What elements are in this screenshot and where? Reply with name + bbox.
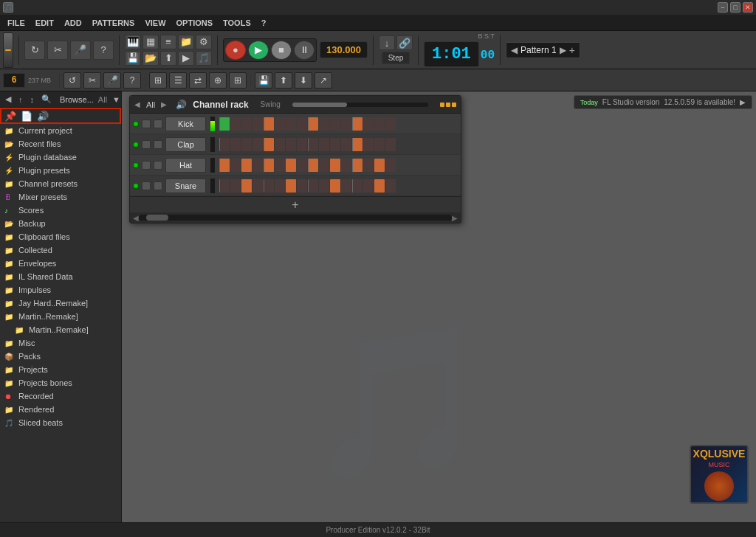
scroll-right-btn[interactable]: ▶ (452, 214, 458, 222)
beat-8[interactable] (297, 179, 307, 193)
beat-9[interactable] (308, 117, 318, 131)
beat-16[interactable] (385, 159, 396, 172)
sidebar-item-impulses[interactable]: 📁 Impulses (0, 283, 121, 297)
ch-name-kick[interactable]: Kick (165, 117, 206, 131)
sidebar-item-jay-hard[interactable]: 📁 Jay Hard..Remake] (0, 297, 121, 310)
sidebar-item-backup[interactable]: 📂 Backup (0, 217, 121, 230)
beat-9[interactable] (308, 179, 318, 193)
beat-8[interactable] (297, 159, 307, 172)
scroll-track[interactable] (139, 215, 452, 221)
beat-7[interactable] (286, 117, 296, 131)
add-channel-button[interactable]: + (130, 196, 461, 212)
beat-6[interactable] (275, 117, 285, 131)
swing-slider[interactable] (292, 103, 428, 107)
beat-3[interactable] (241, 117, 252, 131)
toolbar-icon-3[interactable]: 🎤 (70, 41, 91, 60)
tb-icon-export[interactable]: ⬆ (160, 51, 176, 66)
tb-icon-midi[interactable]: 🎵 (196, 51, 212, 66)
sidebar-item-projects-bones[interactable]: 📁 Projects bones (0, 376, 121, 389)
beat-8[interactable] (297, 117, 307, 131)
beat-5[interactable] (264, 117, 274, 131)
sidebar-item-recent-files[interactable]: 📂 Recent files (0, 137, 121, 150)
sidebar-item-projects[interactable]: 📁 Projects (0, 363, 121, 376)
tb2-mic[interactable]: 🎤 (103, 72, 121, 89)
sidebar-item-rendered[interactable]: 📁 Rendered (0, 403, 121, 416)
sidebar-item-recorded[interactable]: ⏺ Recorded (0, 389, 121, 403)
beat-15[interactable] (374, 179, 385, 193)
sidebar-item-scores[interactable]: ♪ Scores (0, 204, 121, 217)
tb-icon-piano[interactable]: 🎹 (125, 35, 141, 49)
sidebar-item-current-project[interactable]: 📁 Current project (0, 124, 121, 137)
beat-10[interactable] (319, 179, 329, 193)
beat-14[interactable] (363, 159, 374, 172)
prev-pattern-btn[interactable]: ◀ (511, 45, 518, 55)
beat-15[interactable] (374, 138, 385, 151)
maximize-button[interactable]: □ (730, 2, 740, 13)
beat-1[interactable] (219, 159, 230, 172)
browser-forward[interactable]: ↕ (28, 94, 37, 105)
sidebar-item-martin[interactable]: 📁 Martin..Remake] (0, 310, 121, 323)
add-pattern-btn[interactable]: + (569, 44, 575, 56)
tb-icon-mix[interactable]: ≡ (160, 35, 176, 49)
beat-2[interactable] (230, 138, 241, 151)
beat-3[interactable] (241, 159, 252, 172)
browser-menu[interactable]: ▼ (110, 94, 122, 105)
toolbar-icon-1[interactable]: ↻ (24, 41, 45, 60)
beat-14[interactable] (363, 117, 374, 131)
tb2-btn6[interactable]: ☰ (169, 72, 187, 89)
sidebar-item-plugin-database[interactable]: ⚡ Plugin database (0, 150, 121, 164)
beat-9[interactable] (308, 159, 318, 172)
beat-11[interactable] (330, 179, 340, 193)
beat-13[interactable] (352, 117, 362, 131)
tb-icon-browser[interactable]: 📁 (178, 35, 194, 49)
beat-2[interactable] (230, 179, 241, 193)
beat-11[interactable] (330, 117, 340, 131)
beat-4[interactable] (252, 159, 263, 172)
beat-1[interactable] (219, 138, 230, 151)
menu-file[interactable]: FILE (3, 17, 30, 29)
beat-7[interactable] (286, 179, 296, 193)
menu-edit[interactable]: EDIT (31, 17, 58, 29)
menu-help[interactable]: ? (257, 17, 271, 29)
tb2-btn8[interactable]: ⊕ (209, 72, 227, 89)
beat-4[interactable] (252, 138, 263, 151)
ch-mute-hat[interactable] (142, 161, 151, 170)
beat-3[interactable] (241, 138, 252, 151)
sidebar-item-sliced-beats[interactable]: 🎵 Sliced beats (0, 416, 121, 429)
ch-mute-kick[interactable] (142, 119, 151, 128)
beat-12[interactable] (341, 117, 351, 131)
play-button[interactable]: ▶ (248, 41, 269, 60)
beat-16[interactable] (385, 179, 396, 193)
tb-icon-save[interactable]: 💾 (125, 51, 141, 66)
tb2-btn9[interactable]: ⊞ (229, 72, 247, 89)
beat-2[interactable] (230, 117, 241, 131)
ch-solo-kick[interactable] (154, 119, 162, 128)
ch-name-hat[interactable]: Hat (165, 158, 206, 173)
browser-back[interactable]: ◀ (3, 94, 13, 105)
toolbar-icon-4[interactable]: ? (93, 41, 114, 60)
beat-3[interactable] (241, 179, 252, 193)
beat-16[interactable] (385, 138, 396, 151)
menu-patterns[interactable]: PATTERNS (88, 17, 140, 29)
beat-11[interactable] (330, 138, 340, 151)
pattern-selector[interactable]: ◀ Pattern 1 ▶ + (506, 42, 580, 58)
beat-8[interactable] (297, 138, 307, 151)
scroll-left-btn[interactable]: ◀ (133, 214, 139, 222)
browser-all-label[interactable]: All (98, 95, 107, 104)
rack-next-btn[interactable]: ▶ (161, 100, 167, 108)
beat-12[interactable] (341, 138, 351, 151)
beat-16[interactable] (385, 117, 396, 131)
sidebar-item-martin-sub[interactable]: 📁 Martin..Remake] (0, 323, 121, 336)
pin-icon[interactable]: 📌 (4, 111, 16, 122)
speaker-icon[interactable]: 🔊 (37, 111, 49, 122)
beat-13[interactable] (352, 159, 362, 172)
browser-up[interactable]: ↑ (16, 94, 25, 105)
channel-rack-scrollbar[interactable]: ◀ ▶ (130, 212, 461, 223)
tb2-cut[interactable]: ✂ (83, 72, 101, 89)
beat-13[interactable] (352, 179, 362, 193)
beat-2[interactable] (230, 159, 241, 172)
close-button[interactable]: ✕ (743, 2, 753, 13)
tb2-save2[interactable]: 💾 (255, 72, 272, 89)
sidebar-item-il-shared[interactable]: 📁 IL Shared Data (0, 270, 121, 283)
browser-search[interactable]: 🔍 (39, 94, 54, 105)
